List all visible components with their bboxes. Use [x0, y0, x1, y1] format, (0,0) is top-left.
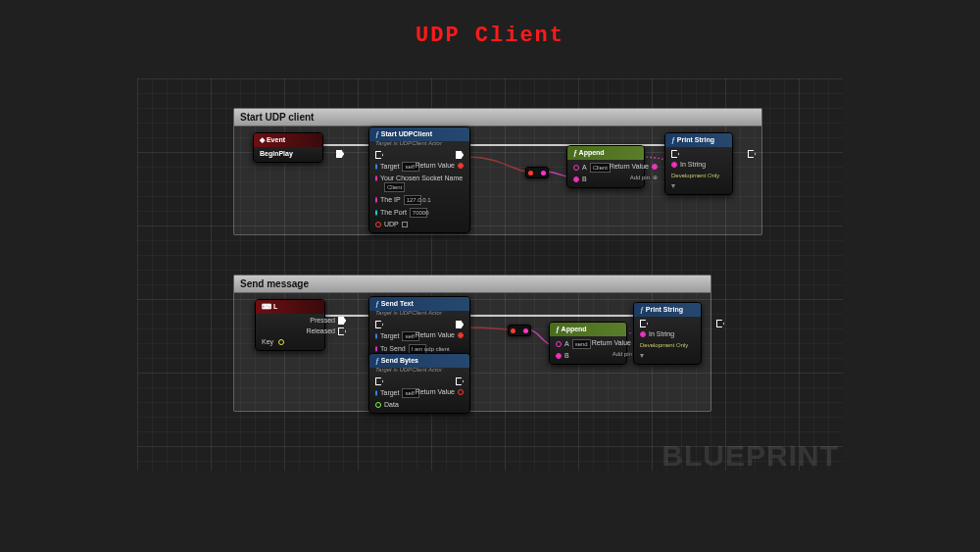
node-send-text[interactable]: ƒ Send Text Target is UDPClient Actor Ta…: [368, 296, 470, 359]
exec-out-pin[interactable]: [456, 377, 464, 385]
node-append[interactable]: ƒ Append Asend B Return Value Add pin ⊕: [549, 322, 627, 365]
pin-label: Return Value: [416, 331, 455, 339]
reroute-out[interactable]: [523, 328, 528, 333]
node-input-key-l[interactable]: ⌨ L Key Pressed Released: [255, 299, 325, 351]
reroute-out[interactable]: [541, 171, 546, 176]
node-title: Send Text: [381, 300, 414, 307]
node-subtitle: Target is UDPClient Actor: [369, 367, 469, 375]
node-header: ƒ Print String: [634, 303, 701, 317]
exec-in-pin[interactable]: [375, 151, 383, 159]
function-icon: ƒ: [671, 136, 675, 143]
return-pin[interactable]: [652, 164, 658, 170]
pin-label: Target: [380, 389, 399, 397]
pin-label: The IP: [380, 196, 401, 204]
pin-label: Return Value: [416, 162, 455, 170]
pin-label: A: [564, 340, 569, 348]
pin-label: In String: [680, 161, 706, 169]
reroute-node[interactable]: [525, 167, 549, 178]
a-pin[interactable]: [573, 165, 579, 171]
pin-value[interactable]: 127.0.0.1: [404, 195, 421, 205]
pin-label: To Send: [380, 345, 406, 353]
node-title: Append: [562, 326, 587, 332]
node-header: ƒ Append: [550, 323, 626, 336]
port-pin[interactable]: [375, 210, 377, 216]
pin-value[interactable]: Client: [384, 182, 405, 192]
reroute-node[interactable]: [508, 325, 531, 336]
node-print-string[interactable]: ƒ Print String In String Development Onl…: [633, 302, 702, 365]
pin-label: In String: [649, 330, 674, 338]
expand-icon[interactable]: ▾: [640, 352, 679, 360]
reroute-in[interactable]: [511, 328, 515, 333]
exec-in-pin[interactable]: [375, 321, 383, 328]
ip-pin[interactable]: [375, 197, 377, 203]
b-pin[interactable]: [556, 353, 562, 359]
node-subtitle: Target is UDPClient Actor: [369, 310, 469, 318]
exec-in-pin[interactable]: [375, 377, 383, 385]
pin-label: A: [582, 164, 587, 172]
exec-out-pin[interactable]: [456, 321, 464, 328]
udp-pin[interactable]: [375, 222, 381, 227]
exec-out-pin[interactable]: [748, 150, 756, 158]
instring-pin[interactable]: [671, 162, 677, 168]
exec-out-pin[interactable]: [716, 320, 724, 327]
bool-checkbox[interactable]: [402, 222, 408, 227]
exec-in-pin[interactable]: [640, 320, 648, 327]
node-start-udpclient[interactable]: ƒ Start UDPClient Target is UDPClient Ac…: [368, 126, 470, 233]
exec-in-pin[interactable]: [671, 150, 679, 158]
a-pin[interactable]: [556, 341, 562, 347]
pressed-exec-pin[interactable]: [338, 317, 346, 325]
exec-out-pin[interactable]: [336, 150, 344, 158]
function-icon: ƒ: [375, 357, 379, 364]
pin-label: Return Value: [592, 339, 631, 347]
expand-icon[interactable]: ▾: [671, 182, 710, 190]
pin-label: B: [582, 176, 587, 183]
pin-label: Return Value: [610, 163, 649, 171]
target-pin[interactable]: [375, 333, 377, 339]
exec-out-pin[interactable]: [456, 151, 464, 159]
key-pin[interactable]: [278, 339, 284, 345]
pin-label: UDP: [384, 221, 399, 228]
return-pin[interactable]: [458, 163, 464, 169]
event-icon: ◆: [260, 136, 265, 143]
node-title: Print String: [646, 306, 683, 313]
node-print-string[interactable]: ƒ Print String In String Development Onl…: [664, 132, 733, 195]
pin-value[interactable]: Client: [590, 163, 611, 173]
pin-label: Released: [306, 327, 335, 335]
pin-label: Data: [384, 401, 399, 409]
node-title: Append: [579, 149, 605, 156]
add-pin-button[interactable]: Add pin: [612, 350, 632, 358]
plus-icon[interactable]: ⊕: [653, 174, 658, 181]
comment-header: Send message: [234, 276, 710, 293]
node-append[interactable]: ƒ Append AClient B Return Value Add pin …: [566, 145, 645, 188]
keyboard-icon: ⌨: [262, 303, 271, 310]
blueprint-canvas[interactable]: Start UDP client ◆ Event BeginPlay ƒ Sta…: [137, 78, 843, 471]
pin-label: B: [564, 352, 569, 360]
function-icon: ƒ: [640, 306, 644, 313]
instring-pin[interactable]: [640, 331, 646, 337]
function-icon: ƒ: [556, 326, 560, 332]
node-title: Start UDPClient: [381, 130, 432, 137]
function-icon: ƒ: [375, 300, 379, 307]
pin-value[interactable]: send: [572, 339, 591, 349]
released-exec-pin[interactable]: [338, 327, 346, 335]
target-pin[interactable]: [375, 164, 377, 170]
node-header: ƒ Print String: [665, 133, 732, 147]
return-pin[interactable]: [458, 389, 464, 395]
socketname-pin[interactable]: [375, 176, 377, 181]
node-header: ⌨ L: [256, 300, 324, 314]
b-pin[interactable]: [573, 176, 579, 182]
data-pin[interactable]: [375, 402, 381, 408]
target-pin[interactable]: [375, 390, 377, 396]
node-send-bytes[interactable]: ƒ Send Bytes Target is UDPClient Actor T…: [368, 353, 470, 414]
pin-label: Return Value: [416, 388, 455, 396]
pin-label: Pressed: [310, 317, 335, 325]
add-pin-button[interactable]: Add pin: [630, 174, 650, 181]
pin-label: The Port: [380, 209, 407, 217]
pin-label: Target: [380, 332, 399, 340]
tosend-pin[interactable]: [375, 346, 377, 352]
node-event-beginplay[interactable]: ◆ Event BeginPlay: [253, 132, 323, 163]
reroute-in[interactable]: [528, 171, 533, 176]
return-pin[interactable]: [458, 332, 464, 338]
pin-label: Key: [262, 338, 273, 346]
comment-header: Start UDP client: [234, 109, 761, 126]
